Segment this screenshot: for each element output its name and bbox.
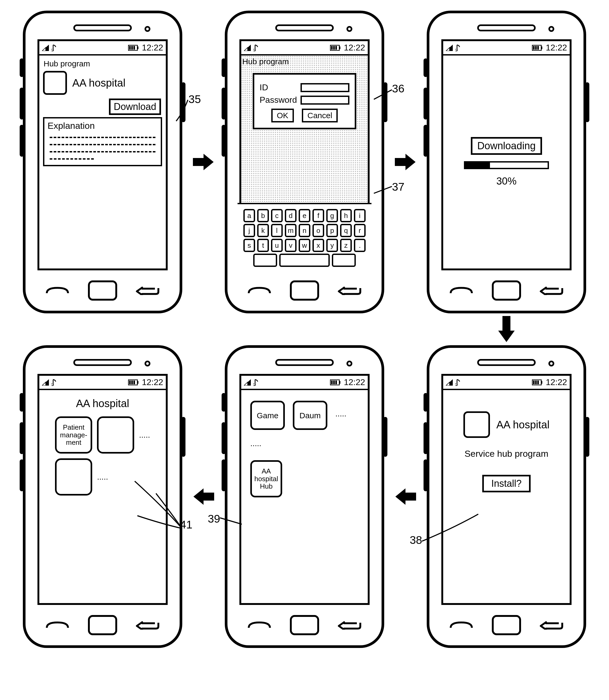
svg-rect-20 — [533, 46, 535, 50]
music-icon — [455, 379, 461, 386]
clock-text: 12:22 — [142, 43, 163, 53]
phone-3: 12:22 Downloading 30% — [427, 11, 586, 313]
key-blank[interactable] — [253, 254, 277, 267]
back-button[interactable] — [338, 286, 362, 295]
key-n[interactable]: n — [299, 224, 310, 237]
key-c[interactable]: c — [271, 209, 283, 222]
key-g[interactable]: g — [326, 209, 338, 222]
key-v[interactable]: v — [285, 239, 297, 252]
reference-37: 37 — [392, 181, 404, 193]
battery-icon — [330, 45, 341, 51]
downloading-label: Downloading — [471, 137, 542, 155]
key-t[interactable]: t — [257, 239, 269, 252]
page-title: Hub program — [44, 59, 162, 68]
sub-app-blank[interactable] — [55, 459, 92, 496]
key-l[interactable]: l — [271, 224, 283, 237]
svg-rect-11 — [339, 47, 341, 49]
status-bar: 12:22 — [39, 41, 166, 55]
cancel-button[interactable]: Cancel — [302, 109, 338, 122]
arrow-left-icon — [395, 487, 416, 506]
key-r[interactable]: r — [354, 224, 366, 237]
key-m[interactable]: m — [285, 224, 297, 237]
signal-icon — [446, 379, 453, 385]
svg-marker-25 — [42, 382, 46, 385]
menu-button[interactable] — [247, 287, 271, 294]
menu-button[interactable] — [449, 287, 473, 294]
phone-2: 12:22 Hub program ID Passwor — [225, 11, 384, 313]
menu-button[interactable] — [46, 621, 69, 629]
progress-percent: 30% — [496, 176, 517, 187]
svg-rect-37 — [333, 380, 335, 384]
ellipsis: ..... — [139, 430, 150, 439]
battery-icon — [532, 45, 543, 51]
home-button[interactable] — [88, 281, 117, 301]
hardware-buttons — [227, 615, 382, 635]
home-button[interactable] — [492, 281, 521, 301]
svg-rect-22 — [537, 46, 539, 50]
back-button[interactable] — [136, 286, 160, 295]
music-icon — [455, 44, 461, 51]
svg-rect-21 — [535, 46, 537, 50]
key-y[interactable]: y — [326, 239, 338, 252]
key-b[interactable]: b — [257, 209, 269, 222]
key-q[interactable]: q — [340, 224, 352, 237]
key-h[interactable]: h — [340, 209, 352, 222]
menu-button[interactable] — [46, 287, 69, 294]
svg-rect-43 — [541, 381, 542, 384]
hardware-buttons — [25, 281, 180, 301]
back-button[interactable] — [338, 621, 362, 630]
explanation-label: Explanation — [48, 121, 158, 131]
app-icon-game[interactable]: Game — [250, 401, 285, 430]
key-f[interactable]: f — [312, 209, 324, 222]
key-blank[interactable] — [332, 254, 356, 267]
app-icon-daum[interactable]: Daum — [293, 401, 327, 430]
svg-rect-5 — [131, 46, 133, 50]
signal-icon — [244, 379, 251, 385]
home-button[interactable] — [290, 281, 319, 301]
download-button[interactable]: Download — [109, 98, 161, 115]
app-name: AA hospital — [496, 419, 550, 431]
signal-icon — [244, 44, 251, 51]
menu-button[interactable] — [247, 621, 271, 629]
key-j[interactable]: j — [243, 224, 255, 237]
home-button[interactable] — [492, 615, 521, 635]
key-space[interactable] — [279, 254, 330, 267]
progress-bar — [464, 161, 549, 169]
svg-rect-12 — [331, 46, 333, 50]
svg-marker-33 — [244, 382, 248, 385]
key-x[interactable]: x — [312, 239, 324, 252]
clock-text: 12:22 — [344, 377, 365, 387]
back-button[interactable] — [136, 621, 160, 630]
key-o[interactable]: o — [312, 224, 324, 237]
key-u[interactable]: u — [271, 239, 283, 252]
key-e[interactable]: e — [299, 209, 310, 222]
key-d[interactable]: d — [285, 209, 297, 222]
svg-rect-13 — [333, 46, 335, 50]
key-.[interactable]: . — [354, 239, 366, 252]
explanation-box: Explanation — [43, 117, 162, 166]
clock-text: 12:22 — [344, 43, 365, 53]
home-button[interactable] — [88, 615, 117, 635]
sub-app-blank[interactable] — [97, 416, 134, 453]
key-s[interactable]: s — [243, 239, 255, 252]
key-z[interactable]: z — [340, 239, 352, 252]
status-bar: 12:22 — [241, 376, 368, 390]
key-w[interactable]: w — [299, 239, 310, 252]
password-input[interactable] — [300, 95, 349, 105]
key-k[interactable]: k — [257, 224, 269, 237]
hardware-buttons — [25, 615, 180, 635]
back-button[interactable] — [540, 621, 563, 630]
install-button[interactable]: Install? — [482, 475, 530, 492]
sub-app-patient[interactable]: Patient manage- ment — [55, 416, 92, 453]
home-button[interactable] — [290, 615, 319, 635]
key-p[interactable]: p — [326, 224, 338, 237]
flow-diagram: 12:22 Hub program AA hospital Download E… — [12, 11, 597, 648]
menu-button[interactable] — [449, 621, 473, 629]
ok-button[interactable]: OK — [271, 109, 294, 122]
app-icon-hub[interactable]: AA hospital Hub — [250, 460, 282, 497]
music-icon — [52, 44, 57, 51]
back-button[interactable] — [540, 286, 563, 295]
id-input[interactable] — [300, 83, 349, 92]
key-i[interactable]: i — [354, 209, 366, 222]
key-a[interactable]: a — [243, 209, 255, 222]
